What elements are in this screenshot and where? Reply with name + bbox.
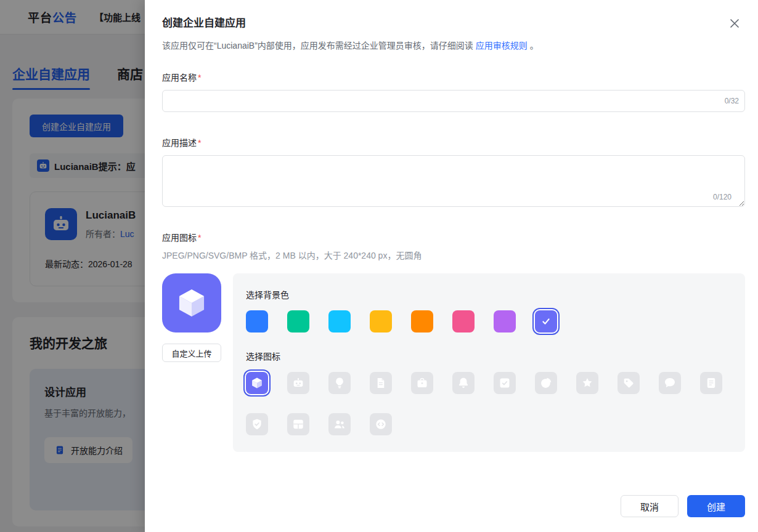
layout-icon-tile[interactable] xyxy=(287,413,309,435)
color-swatch-7[interactable] xyxy=(494,310,516,332)
chat-icon-tile[interactable] xyxy=(659,372,681,394)
review-rules-link[interactable]: 应用审核规则 xyxy=(476,41,528,50)
cube-icon-tile-selected[interactable] xyxy=(246,372,268,394)
icon-config-row: 自定义上传 选择背景色 选择图标 xyxy=(162,273,745,452)
color-swatch-row xyxy=(246,310,732,332)
app-name-field: 0/32 xyxy=(162,90,745,112)
custom-upload-button[interactable]: 自定义上传 xyxy=(162,344,221,362)
color-swatch-5[interactable] xyxy=(411,310,433,332)
modal-footer: 取消 创建 xyxy=(621,495,745,517)
briefcase-icon-tile[interactable] xyxy=(411,372,433,394)
check-icon xyxy=(540,315,552,328)
color-swatch-2[interactable] xyxy=(287,310,309,332)
required-asterisk: * xyxy=(198,138,201,148)
app-icon-label-text: 应用图标 xyxy=(162,233,197,243)
people-icon-tile[interactable] xyxy=(328,413,351,435)
close-icon[interactable] xyxy=(727,16,742,31)
icon-grid xyxy=(246,372,723,435)
color-swatch-4[interactable] xyxy=(370,310,392,332)
shield-check-icon-tile[interactable] xyxy=(246,413,268,435)
app-desc-label-text: 应用描述 xyxy=(162,138,197,148)
document-icon-tile[interactable] xyxy=(370,372,392,394)
color-swatch-6[interactable] xyxy=(452,310,475,332)
create-app-modal: 创建企业自建应用 该应用仅可在“LucianaiB”内部使用，应用发布需经过企业… xyxy=(145,0,758,532)
task-icon-tile[interactable] xyxy=(494,372,516,394)
modal-title: 创建企业自建应用 xyxy=(162,16,745,31)
app-desc-field: 0/120 xyxy=(162,155,745,207)
icon-format-hint: JPEG/PNG/SVG/BMP 格式，2 MB 以内，大于 240*240 p… xyxy=(162,249,745,261)
tag-icon-tile[interactable] xyxy=(617,372,640,394)
required-asterisk: * xyxy=(198,233,201,243)
app-name-input[interactable] xyxy=(162,90,745,112)
icon-select-label: 选择图标 xyxy=(246,350,732,362)
create-button[interactable]: 创建 xyxy=(687,495,745,517)
app-desc-textarea[interactable] xyxy=(162,155,745,207)
cancel-button[interactable]: 取消 xyxy=(621,495,679,517)
icon-picker-panel: 选择背景色 选择图标 xyxy=(233,273,745,452)
code-icon-tile[interactable] xyxy=(370,413,392,435)
pie-chart-icon-tile[interactable] xyxy=(535,372,557,394)
app-name-label-text: 应用名称 xyxy=(162,73,197,83)
star-icon-tile[interactable] xyxy=(576,372,598,394)
modal-subtitle: 该应用仅可在“LucianaiB”内部使用，应用发布需经过企业管理员审核，请仔细… xyxy=(162,39,745,52)
app-icon-label: 应用图标* xyxy=(162,232,745,244)
subtitle-text: 该应用仅可在“LucianaiB”内部使用，应用发布需经过企业管理员审核，请仔细… xyxy=(162,41,473,50)
color-swatch-1[interactable] xyxy=(246,310,268,332)
color-swatch-3[interactable] xyxy=(328,310,351,332)
color-swatch-8-selected[interactable] xyxy=(535,310,557,332)
app-icon-preview xyxy=(162,273,221,332)
bg-color-label: 选择背景色 xyxy=(246,288,732,300)
required-asterisk: * xyxy=(198,73,201,83)
bell-icon-tile[interactable] xyxy=(452,372,475,394)
app-name-label: 应用名称* xyxy=(162,71,745,84)
file-text-icon-tile[interactable] xyxy=(700,372,722,394)
icon-preview-column: 自定义上传 xyxy=(162,273,221,362)
lightbulb-icon-tile[interactable] xyxy=(328,372,351,394)
robot-icon-tile[interactable] xyxy=(287,372,309,394)
subtitle-suffix: 。 xyxy=(530,41,539,50)
app-root: 平台公告 【功能上线 企业自建应用 商店 创建企业自建应用 LucianaiB提… xyxy=(0,0,758,532)
app-desc-label: 应用描述* xyxy=(162,137,745,149)
